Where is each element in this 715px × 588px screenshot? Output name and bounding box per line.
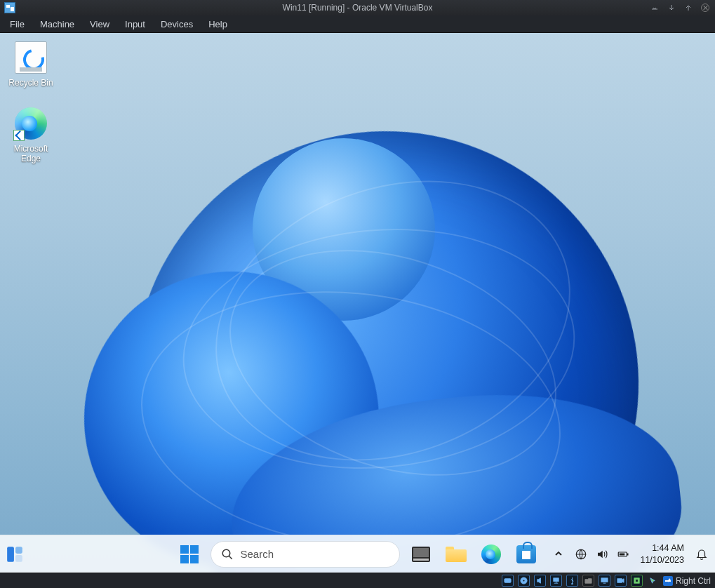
vb-display-icon[interactable]: [599, 575, 610, 587]
host-key-label: Right Ctrl: [676, 576, 711, 586]
search-icon: [221, 548, 234, 561]
vb-shared-folders-icon[interactable]: [582, 575, 594, 587]
taskbar-date: 11/10/2023: [640, 554, 684, 566]
vb-maximize-button[interactable]: [683, 2, 694, 13]
vb-optical-disk-icon[interactable]: [518, 575, 530, 587]
vb-window-title: Win11 [Running] - Oracle VM VirtualBox: [0, 3, 715, 13]
svg-rect-0: [7, 547, 14, 562]
system-tray[interactable]: [574, 547, 630, 561]
guest-desktop[interactable]: Recycle Bin Microsoft Edge: [0, 33, 715, 573]
svg-rect-14: [617, 579, 622, 583]
vb-menu-help[interactable]: Help: [201, 18, 234, 31]
widgets-button[interactable]: [3, 541, 27, 568]
edge-taskbar-button[interactable]: [477, 540, 505, 568]
edge-icon: [15, 107, 47, 140]
vb-menu-input[interactable]: Input: [118, 18, 152, 31]
volume-icon[interactable]: [595, 547, 609, 561]
desktop-icons: Recycle Bin Microsoft Edge: [4, 41, 58, 183]
virtualbox-logo-icon: [4, 2, 15, 13]
desktop-icon-label: Microsoft Edge: [4, 144, 58, 163]
notifications-button[interactable]: [694, 547, 709, 562]
shortcut-arrow-icon: [13, 130, 25, 141]
windows-logo-icon: [180, 545, 199, 563]
svg-point-10: [523, 580, 525, 582]
svg-rect-16: [636, 580, 639, 582]
file-explorer-button[interactable]: [442, 540, 470, 568]
recycle-bin-icon: [15, 41, 47, 74]
taskbar-search[interactable]: Search: [211, 541, 400, 568]
svg-rect-6: [627, 553, 629, 555]
vb-mouse-integration-icon[interactable]: [647, 575, 659, 587]
network-icon[interactable]: [574, 547, 588, 561]
svg-point-3: [222, 549, 230, 557]
chevron-up-icon: [554, 549, 563, 558]
vb-usb-icon[interactable]: [566, 575, 578, 587]
svg-rect-11: [554, 578, 559, 582]
edge-icon: [481, 544, 501, 564]
microsoft-store-button[interactable]: [512, 540, 540, 568]
svg-rect-7: [620, 553, 625, 555]
svg-point-12: [572, 583, 573, 584]
vb-menu-file[interactable]: File: [3, 18, 32, 31]
vb-menu-view[interactable]: View: [83, 18, 116, 31]
desktop-icon-label: Recycle Bin: [4, 78, 58, 88]
vb-network-icon[interactable]: [550, 575, 562, 587]
taskbar-clock[interactable]: 1:44 AM 11/10/2023: [637, 541, 687, 568]
svg-rect-13: [601, 578, 608, 582]
vb-menubar: File Machine View Input Devices Help: [0, 15, 715, 33]
svg-rect-2: [15, 555, 22, 562]
start-button[interactable]: [175, 540, 203, 568]
vb-minimize-button[interactable]: [666, 2, 677, 13]
battery-icon[interactable]: [616, 547, 630, 561]
tray-overflow-button[interactable]: [550, 546, 567, 563]
vb-titlebar[interactable]: Win11 [Running] - Oracle VM VirtualBox: [0, 0, 715, 15]
task-view-button[interactable]: [407, 540, 435, 568]
desktop-icon-microsoft-edge[interactable]: Microsoft Edge: [4, 107, 58, 163]
task-view-icon: [412, 547, 430, 562]
file-explorer-icon: [446, 547, 467, 562]
vb-hard-disk-icon[interactable]: [502, 575, 514, 587]
desktop-icon-recycle-bin[interactable]: Recycle Bin: [4, 41, 58, 88]
vb-close-button[interactable]: [700, 2, 711, 13]
svg-rect-8: [504, 579, 511, 583]
widgets-icon: [6, 545, 24, 563]
vb-menu-devices[interactable]: Devices: [154, 18, 200, 31]
vb-host-key-indicator[interactable]: Right Ctrl: [663, 576, 711, 586]
svg-rect-1: [15, 547, 22, 554]
vb-statusbar: Right Ctrl: [0, 573, 715, 588]
host-key-arrow-icon: [663, 576, 673, 586]
vb-audio-icon[interactable]: [534, 575, 546, 587]
search-placeholder: Search: [241, 548, 274, 560]
taskbar: Search: [0, 535, 715, 573]
vb-recording-icon[interactable]: [615, 575, 627, 587]
store-icon: [516, 545, 536, 563]
vb-detach-button[interactable]: [649, 2, 660, 13]
vb-menu-machine[interactable]: Machine: [33, 18, 81, 31]
taskbar-time: 1:44 AM: [640, 542, 684, 554]
vb-cpu-icon[interactable]: [631, 575, 643, 587]
bell-icon: [695, 548, 708, 561]
